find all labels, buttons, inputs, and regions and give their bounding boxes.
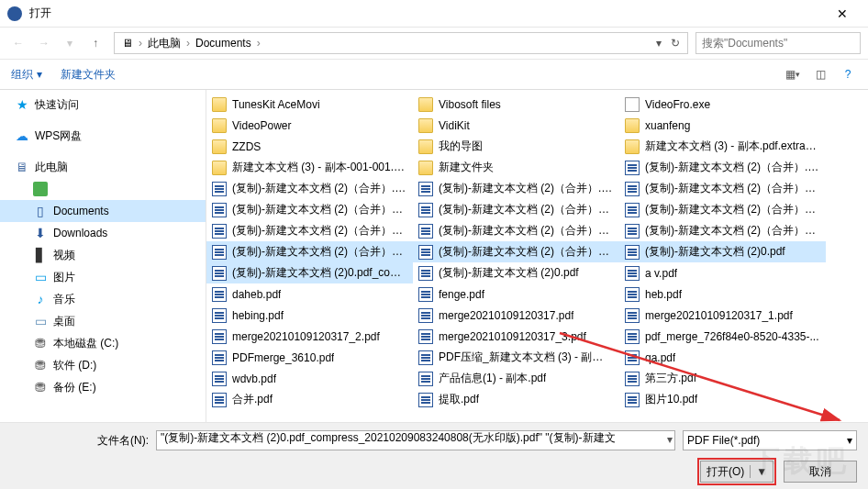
- new-folder-button[interactable]: 新建文件夹: [61, 67, 116, 83]
- pc-icon[interactable]: 🖥: [118, 37, 137, 50]
- sidebar-item[interactable]: ☁WPS网盘: [0, 125, 206, 147]
- pdf-icon: [625, 245, 640, 260]
- pdf-icon: [212, 287, 227, 302]
- file-item[interactable]: merge20210109120317_3.pdf: [413, 326, 619, 347]
- sidebar-item[interactable]: [0, 178, 206, 200]
- file-item[interactable]: ZZDS: [206, 136, 413, 157]
- file-name: (复制)-新建文本文档 (2)0.pdf: [645, 244, 785, 260]
- file-name: 第三方.pdf: [645, 371, 696, 386]
- file-item[interactable]: pdf_merge_726f84e0-8520-4335-...: [619, 326, 826, 347]
- file-name: (复制)-新建文本文档 (2)（合并）_加...: [645, 223, 820, 239]
- sidebar-item[interactable]: ▭图片: [0, 266, 206, 288]
- pdf-icon: [625, 182, 640, 196]
- file-item[interactable]: 新建文件夹: [413, 157, 619, 178]
- preview-pane-icon[interactable]: ◫: [811, 65, 829, 83]
- help-icon[interactable]: ?: [839, 65, 857, 83]
- filename-dropdown-icon[interactable]: ▾: [667, 433, 673, 446]
- sidebar-item[interactable]: ★快速访问: [0, 94, 206, 116]
- cancel-button[interactable]: 取消: [784, 461, 857, 483]
- file-item[interactable]: (复制)-新建文本文档 (2)（合并）_加...: [413, 220, 619, 241]
- file-item[interactable]: (复制)-新建文本文档 (2)（合并）.p...: [206, 178, 413, 199]
- sidebar-item[interactable]: ▭桌面: [0, 310, 206, 332]
- file-item[interactable]: hebing.pdf: [206, 305, 413, 326]
- file-item[interactable]: PDFmerge_3610.pdf: [206, 347, 413, 368]
- file-item[interactable]: 新建文本文档 (3) - 副本-001-001.p...: [206, 157, 413, 178]
- file-item[interactable]: 图片10.pdf: [619, 389, 826, 410]
- file-item[interactable]: qa.pdf: [619, 347, 826, 368]
- address-dropdown-icon[interactable]: ▾: [651, 37, 667, 50]
- file-name: (复制)-新建文本文档 (2)0.pdf_com...: [232, 265, 407, 281]
- file-item[interactable]: 产品信息(1) - 副本.pdf: [413, 368, 619, 389]
- file-item[interactable]: (复制)-新建文本文档 (2)（合并）_c...: [206, 199, 413, 220]
- file-item[interactable]: (复制)-新建文本文档 (2)0.pdf: [413, 262, 619, 283]
- file-item[interactable]: (复制)-新建文本文档 (2)（合并）.pdf: [619, 157, 826, 178]
- file-item[interactable]: merge20210109120317.pdf: [413, 305, 619, 326]
- file-item[interactable]: TunesKit AceMovi: [206, 94, 413, 115]
- file-item[interactable]: (复制)-新建文本文档 (2)（合并）_加...: [619, 199, 826, 220]
- forward-button[interactable]: →: [33, 32, 55, 54]
- search-box[interactable]: [696, 32, 861, 54]
- up-button[interactable]: ↑: [84, 32, 106, 54]
- file-item[interactable]: (复制)-新建文本文档 (2)（合并）_加...: [413, 199, 619, 220]
- sidebar-item[interactable]: 🖥此电脑: [0, 156, 206, 178]
- path-seg-pc[interactable]: 此电脑: [144, 36, 184, 51]
- file-item[interactable]: a v.pdf: [619, 262, 826, 283]
- file-name: merge20210109120317_3.pdf: [439, 330, 586, 343]
- file-item[interactable]: (复制)-新建文本文档 (2)0.pdf: [619, 241, 826, 262]
- file-item[interactable]: 新建文本文档 (3) - 副本.pdf.extract...: [619, 136, 826, 157]
- filetype-select[interactable]: PDF File(*.pdf) ▾: [683, 430, 857, 450]
- file-item[interactable]: Vibosoft files: [413, 94, 619, 115]
- file-item[interactable]: (复制)-新建文本文档 (2)0.pdf_com...: [206, 262, 413, 283]
- path-seg-documents[interactable]: Documents: [192, 37, 255, 50]
- view-mode-icon[interactable]: ▦ ▾: [784, 65, 802, 83]
- file-item[interactable]: wdvb.pdf: [206, 368, 413, 389]
- organize-button[interactable]: 组织 ▾: [11, 67, 42, 83]
- file-item[interactable]: 我的导图: [413, 136, 619, 157]
- pdf-icon: [212, 266, 227, 281]
- sidebar-item[interactable]: ⬇Downloads: [0, 222, 206, 244]
- sidebar-item[interactable]: ▯Documents: [0, 200, 206, 222]
- file-name: ZZDS: [232, 140, 261, 153]
- file-item[interactable]: VideoFro.exe: [619, 94, 826, 115]
- file-item[interactable]: VideoPower: [206, 115, 413, 136]
- file-item[interactable]: xuanfeng: [619, 115, 826, 136]
- back-button[interactable]: ←: [7, 32, 29, 54]
- file-item[interactable]: daheb.pdf: [206, 283, 413, 305]
- sidebar[interactable]: ★快速访问☁WPS网盘🖥此电脑▯Documents⬇Downloads▋视频▭图…: [0, 90, 206, 422]
- pdf-icon: [212, 329, 227, 344]
- refresh-icon[interactable]: ↻: [667, 37, 684, 50]
- file-item[interactable]: merge20210109120317_1.pdf: [619, 305, 826, 326]
- file-item[interactable]: (复制)-新建文本文档 (2)（合并）.p...: [413, 178, 619, 199]
- file-item[interactable]: merge20210109120317_2.pdf: [206, 326, 413, 347]
- sidebar-item[interactable]: ⛃软件 (D:): [0, 354, 206, 376]
- file-item[interactable]: PDF压缩_新建文本文档 (3) - 副本_...: [413, 347, 619, 368]
- file-item[interactable]: fenge.pdf: [413, 283, 619, 305]
- exe-icon: [625, 97, 640, 112]
- recent-dropdown[interactable]: ▾: [59, 32, 81, 54]
- search-input[interactable]: [702, 37, 854, 50]
- file-item[interactable]: (复制)-新建文本文档 (2)（合并）_加...: [619, 220, 826, 241]
- sidebar-item[interactable]: ⛃本地磁盘 (C:): [0, 332, 206, 354]
- file-name: 合并.pdf: [232, 392, 273, 407]
- file-item[interactable]: (复制)-新建文本文档 (2)（合并）_加...: [206, 220, 413, 241]
- window-title: 打开: [29, 6, 824, 21]
- file-pane[interactable]: TunesKit AceMoviVideoPowerZZDS新建文本文档 (3)…: [206, 90, 868, 422]
- filename-input[interactable]: [161, 432, 656, 445]
- sidebar-item[interactable]: ▋视频: [0, 244, 206, 266]
- file-item[interactable]: heb.pdf: [619, 283, 826, 305]
- pdf-icon: [418, 308, 433, 323]
- open-button[interactable]: 打开(O) ▼: [700, 461, 773, 483]
- file-item[interactable]: 第三方.pdf: [619, 368, 826, 389]
- file-item[interactable]: (复制)-新建文本文档 (2)（合并）_已...: [413, 241, 619, 262]
- filename-input-wrap[interactable]: ▾: [156, 430, 675, 450]
- file-item[interactable]: VidiKit: [413, 115, 619, 136]
- address-bar[interactable]: 🖥 › 此电脑 › Documents › ▾ ↻: [114, 32, 688, 54]
- sidebar-item[interactable]: ⛃备份 (E:): [0, 376, 206, 398]
- file-item[interactable]: (复制)-新建文本文档 (2)（合并）_已...: [206, 241, 413, 262]
- open-split-dropdown-icon[interactable]: ▼: [750, 465, 767, 478]
- file-item[interactable]: (复制)-新建文本文档 (2)（合并）_1...: [619, 178, 826, 199]
- close-icon[interactable]: ✕: [824, 6, 861, 21]
- file-item[interactable]: 合并.pdf: [206, 389, 413, 410]
- sidebar-item[interactable]: ♪音乐: [0, 288, 206, 310]
- file-item[interactable]: 提取.pdf: [413, 389, 619, 410]
